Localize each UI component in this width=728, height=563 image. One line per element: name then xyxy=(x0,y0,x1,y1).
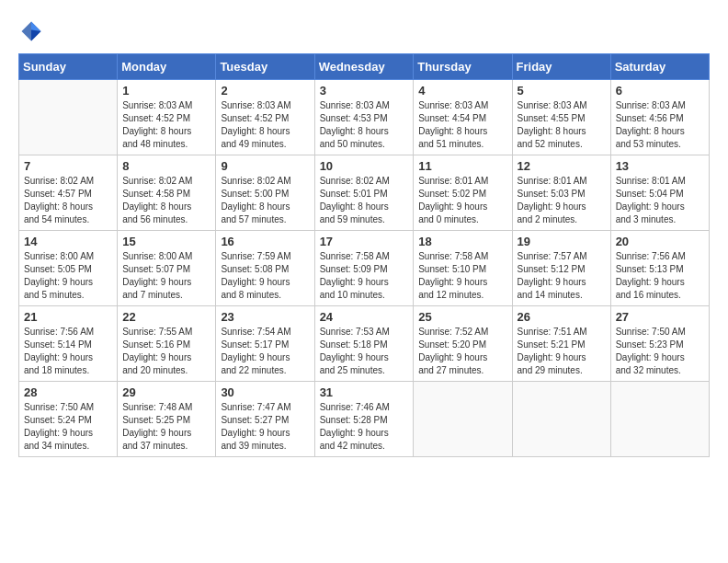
calendar-cell: 27Sunrise: 7:50 AM Sunset: 5:23 PM Dayli… xyxy=(610,306,709,382)
calendar-header-monday: Monday xyxy=(118,54,216,80)
day-info: Sunrise: 7:50 AM Sunset: 5:23 PM Dayligh… xyxy=(616,326,704,377)
day-number: 2 xyxy=(221,84,309,98)
calendar-cell: 2Sunrise: 8:03 AM Sunset: 4:52 PM Daylig… xyxy=(216,80,314,155)
day-number: 18 xyxy=(418,235,506,248)
calendar-header-row: SundayMondayTuesdayWednesdayThursdayFrid… xyxy=(19,54,710,80)
day-number: 3 xyxy=(320,84,409,98)
day-info: Sunrise: 8:03 AM Sunset: 4:53 PM Dayligh… xyxy=(320,99,409,151)
day-number: 7 xyxy=(24,159,112,173)
calendar-cell: 24Sunrise: 7:53 AM Sunset: 5:18 PM Dayli… xyxy=(314,306,414,382)
day-info: Sunrise: 7:57 AM Sunset: 5:12 PM Dayligh… xyxy=(518,250,606,302)
day-info: Sunrise: 8:01 AM Sunset: 5:02 PM Dayligh… xyxy=(418,175,506,226)
day-number: 21 xyxy=(24,310,112,324)
day-info: Sunrise: 7:56 AM Sunset: 5:14 PM Dayligh… xyxy=(24,326,112,377)
day-number: 17 xyxy=(320,235,409,248)
calendar-cell: 13Sunrise: 8:01 AM Sunset: 5:04 PM Dayli… xyxy=(610,155,709,231)
day-number: 30 xyxy=(221,385,309,399)
calendar-week-row: 7Sunrise: 8:02 AM Sunset: 4:57 PM Daylig… xyxy=(19,155,710,231)
logo-icon xyxy=(18,18,44,44)
day-info: Sunrise: 7:47 AM Sunset: 5:27 PM Dayligh… xyxy=(221,401,309,453)
page-header xyxy=(18,18,710,44)
day-info: Sunrise: 8:03 AM Sunset: 4:52 PM Dayligh… xyxy=(122,99,210,151)
calendar-cell xyxy=(414,382,512,457)
day-number: 8 xyxy=(122,159,210,173)
calendar-header-thursday: Thursday xyxy=(414,54,512,80)
calendar-cell: 12Sunrise: 8:01 AM Sunset: 5:03 PM Dayli… xyxy=(512,155,610,231)
calendar-cell: 16Sunrise: 7:59 AM Sunset: 5:08 PM Dayli… xyxy=(216,231,314,306)
day-number: 14 xyxy=(24,235,112,248)
calendar-header-saturday: Saturday xyxy=(610,54,709,80)
day-info: Sunrise: 8:03 AM Sunset: 4:56 PM Dayligh… xyxy=(616,99,704,151)
calendar-cell: 21Sunrise: 7:56 AM Sunset: 5:14 PM Dayli… xyxy=(19,306,118,382)
calendar-week-row: 1Sunrise: 8:03 AM Sunset: 4:52 PM Daylig… xyxy=(19,80,710,155)
day-number: 1 xyxy=(122,84,210,98)
calendar-cell: 25Sunrise: 7:52 AM Sunset: 5:20 PM Dayli… xyxy=(414,306,512,382)
calendar-cell: 7Sunrise: 8:02 AM Sunset: 4:57 PM Daylig… xyxy=(19,155,118,231)
calendar-cell xyxy=(19,80,118,155)
calendar-cell: 18Sunrise: 7:58 AM Sunset: 5:10 PM Dayli… xyxy=(414,231,512,306)
calendar-cell: 31Sunrise: 7:46 AM Sunset: 5:28 PM Dayli… xyxy=(314,382,414,457)
day-info: Sunrise: 7:58 AM Sunset: 5:09 PM Dayligh… xyxy=(320,250,409,302)
calendar-table: SundayMondayTuesdayWednesdayThursdayFrid… xyxy=(18,53,710,457)
day-info: Sunrise: 7:51 AM Sunset: 5:21 PM Dayligh… xyxy=(518,326,606,377)
day-info: Sunrise: 7:52 AM Sunset: 5:20 PM Dayligh… xyxy=(418,326,506,377)
calendar-cell: 1Sunrise: 8:03 AM Sunset: 4:52 PM Daylig… xyxy=(118,80,216,155)
calendar-cell: 6Sunrise: 8:03 AM Sunset: 4:56 PM Daylig… xyxy=(610,80,709,155)
calendar-week-row: 21Sunrise: 7:56 AM Sunset: 5:14 PM Dayli… xyxy=(19,306,710,382)
day-number: 6 xyxy=(616,84,704,98)
day-info: Sunrise: 7:48 AM Sunset: 5:25 PM Dayligh… xyxy=(122,401,210,453)
logo xyxy=(18,18,48,44)
calendar-header-friday: Friday xyxy=(512,54,610,80)
day-number: 22 xyxy=(122,310,210,324)
day-info: Sunrise: 7:46 AM Sunset: 5:28 PM Dayligh… xyxy=(320,401,409,453)
calendar-cell: 10Sunrise: 8:02 AM Sunset: 5:01 PM Dayli… xyxy=(314,155,414,231)
day-number: 16 xyxy=(221,235,309,248)
day-info: Sunrise: 7:58 AM Sunset: 5:10 PM Dayligh… xyxy=(418,250,506,302)
calendar-cell: 5Sunrise: 8:03 AM Sunset: 4:55 PM Daylig… xyxy=(512,80,610,155)
day-number: 12 xyxy=(518,159,606,173)
day-number: 4 xyxy=(418,84,506,98)
day-info: Sunrise: 8:02 AM Sunset: 5:00 PM Dayligh… xyxy=(221,175,309,226)
day-info: Sunrise: 8:01 AM Sunset: 5:03 PM Dayligh… xyxy=(518,175,606,226)
calendar-cell: 26Sunrise: 7:51 AM Sunset: 5:21 PM Dayli… xyxy=(512,306,610,382)
day-number: 10 xyxy=(320,159,409,173)
calendar-cell: 15Sunrise: 8:00 AM Sunset: 5:07 PM Dayli… xyxy=(118,231,216,306)
calendar-cell: 4Sunrise: 8:03 AM Sunset: 4:54 PM Daylig… xyxy=(414,80,512,155)
calendar-cell: 23Sunrise: 7:54 AM Sunset: 5:17 PM Dayli… xyxy=(216,306,314,382)
day-info: Sunrise: 8:03 AM Sunset: 4:55 PM Dayligh… xyxy=(518,99,606,151)
day-number: 25 xyxy=(418,310,506,324)
day-info: Sunrise: 8:00 AM Sunset: 5:07 PM Dayligh… xyxy=(122,250,210,302)
calendar-header-wednesday: Wednesday xyxy=(314,54,414,80)
day-number: 31 xyxy=(320,385,409,399)
day-info: Sunrise: 7:53 AM Sunset: 5:18 PM Dayligh… xyxy=(320,326,409,377)
calendar-cell: 17Sunrise: 7:58 AM Sunset: 5:09 PM Dayli… xyxy=(314,231,414,306)
day-number: 15 xyxy=(122,235,210,248)
calendar-cell: 9Sunrise: 8:02 AM Sunset: 5:00 PM Daylig… xyxy=(216,155,314,231)
calendar-cell: 3Sunrise: 8:03 AM Sunset: 4:53 PM Daylig… xyxy=(314,80,414,155)
calendar-week-row: 14Sunrise: 8:00 AM Sunset: 5:05 PM Dayli… xyxy=(19,231,710,306)
calendar-cell: 14Sunrise: 8:00 AM Sunset: 5:05 PM Dayli… xyxy=(19,231,118,306)
day-number: 23 xyxy=(221,310,309,324)
day-number: 19 xyxy=(518,235,606,248)
calendar-cell: 20Sunrise: 7:56 AM Sunset: 5:13 PM Dayli… xyxy=(610,231,709,306)
day-number: 29 xyxy=(122,385,210,399)
calendar-cell: 28Sunrise: 7:50 AM Sunset: 5:24 PM Dayli… xyxy=(19,382,118,457)
calendar-cell: 30Sunrise: 7:47 AM Sunset: 5:27 PM Dayli… xyxy=(216,382,314,457)
day-info: Sunrise: 7:50 AM Sunset: 5:24 PM Dayligh… xyxy=(24,401,112,453)
day-info: Sunrise: 7:55 AM Sunset: 5:16 PM Dayligh… xyxy=(122,326,210,377)
day-number: 13 xyxy=(616,159,704,173)
calendar-week-row: 28Sunrise: 7:50 AM Sunset: 5:24 PM Dayli… xyxy=(19,382,710,457)
day-number: 26 xyxy=(518,310,606,324)
day-info: Sunrise: 7:59 AM Sunset: 5:08 PM Dayligh… xyxy=(221,250,309,302)
calendar-header-tuesday: Tuesday xyxy=(216,54,314,80)
day-number: 28 xyxy=(24,385,112,399)
day-info: Sunrise: 8:02 AM Sunset: 5:01 PM Dayligh… xyxy=(320,175,409,226)
day-info: Sunrise: 7:54 AM Sunset: 5:17 PM Dayligh… xyxy=(221,326,309,377)
calendar-cell: 11Sunrise: 8:01 AM Sunset: 5:02 PM Dayli… xyxy=(414,155,512,231)
day-info: Sunrise: 8:03 AM Sunset: 4:54 PM Dayligh… xyxy=(418,99,506,151)
day-number: 11 xyxy=(418,159,506,173)
day-info: Sunrise: 8:03 AM Sunset: 4:52 PM Dayligh… xyxy=(221,99,309,151)
calendar-cell xyxy=(512,382,610,457)
day-number: 24 xyxy=(320,310,409,324)
day-number: 5 xyxy=(518,84,606,98)
